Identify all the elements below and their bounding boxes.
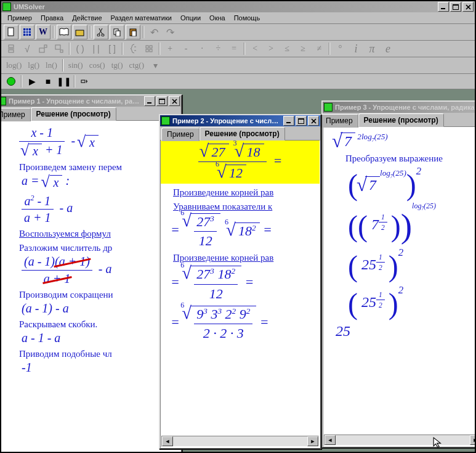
close-button[interactable] [462, 2, 474, 12]
separator-icon [328, 42, 331, 55]
menu-optsii[interactable]: Опции [177, 14, 204, 22]
tab-solution[interactable]: Решение (просмотр) [358, 113, 444, 127]
step-text: Произведем замену перем [19, 162, 174, 173]
doc-icon [324, 103, 333, 112]
record-icon[interactable] [4, 74, 18, 89]
close-button[interactable] [308, 116, 319, 126]
minimize-button[interactable] [283, 116, 294, 126]
window-primer-3[interactable]: Пример 3 - Упрощение с числами, радикала… [321, 100, 475, 448]
menu-primer[interactable]: Пример [4, 14, 36, 22]
maximize-button[interactable] [296, 116, 307, 126]
folder-icon[interactable] [73, 25, 87, 39]
window3-title-bar[interactable]: Пример 3 - Упрощение с числами, радикала… [323, 102, 475, 113]
h-scrollbar[interactable]: ◄ ► [161, 436, 319, 447]
ge-rel[interactable]: ≥ [296, 41, 310, 56]
scroll-left-icon[interactable]: ◄ [162, 436, 173, 446]
func-log[interactable]: log() [4, 60, 24, 70]
window-primer-2[interactable]: Пример 2 - Упрощение с числа… Пример Реш… [159, 114, 321, 449]
separator-icon [243, 42, 246, 55]
expr-expand: a - 1 - a [22, 331, 174, 345]
le-rel[interactable]: ≤ [280, 41, 294, 56]
h-scrollbar[interactable]: ◄ ► [324, 435, 475, 446]
close-button[interactable] [169, 96, 180, 106]
func-lg[interactable]: lg() [25, 60, 42, 70]
more-functions-icon[interactable]: ▾ [148, 58, 163, 73]
plus-op[interactable]: + [163, 41, 177, 56]
pause-icon[interactable]: ❚❚ [57, 74, 71, 89]
expr3-b: (( 712 ))log7(25) [348, 206, 475, 245]
step-icon[interactable] [78, 74, 92, 89]
expr2-d: = 6 93 33 22 922 · 2 · 3 = [171, 306, 313, 341]
eq-op[interactable]: = [227, 41, 241, 56]
new-doc-icon[interactable] [4, 25, 18, 39]
menu-okna[interactable]: Окна [206, 14, 229, 22]
minimize-button[interactable] [438, 2, 449, 12]
window1-title-bar[interactable]: Пример 1 - Упрощение с числами, рад… [1, 96, 181, 107]
expr3-c: ( 2512 )2 [348, 249, 475, 283]
maximize-button[interactable] [450, 2, 461, 12]
grid-icon[interactable] [20, 25, 34, 39]
redo-icon[interactable]: ↷ [163, 25, 177, 39]
window-primer-1[interactable]: Пример 1 - Упрощение с числами, рад… При… [1, 94, 182, 452]
frac-icon[interactable] [4, 41, 18, 56]
undo-icon[interactable]: ↶ [147, 25, 161, 39]
power-icon[interactable] [36, 41, 50, 56]
step-text: Преобразуем выражение [345, 153, 475, 164]
menu-help[interactable]: Помощь [230, 14, 264, 22]
app-title-bar[interactable]: UMSolver [1, 1, 475, 12]
minus-op[interactable]: - [179, 41, 193, 56]
separator-icon [73, 75, 76, 88]
book-icon[interactable] [57, 25, 71, 39]
i-const[interactable]: i [349, 41, 363, 56]
deg-const[interactable]: ° [333, 41, 347, 56]
scroll-right-icon[interactable]: ► [307, 436, 318, 446]
expr-a: a2 - 1 a + 1 - a [22, 194, 174, 226]
play-icon[interactable]: ▶ [25, 74, 39, 89]
index-icon[interactable] [52, 41, 67, 56]
gt-rel[interactable]: > [264, 41, 278, 56]
pi-const[interactable]: π [365, 41, 379, 56]
step-text: Уравниваем показатели к [173, 202, 313, 212]
symbol-toolbar: √ ( ) | | [ ] + - · ÷ = < > ≤ ≥ ≠ ° i π … [1, 41, 475, 57]
cursor-icon [433, 437, 444, 448]
e-const[interactable]: e [381, 41, 395, 56]
svg-rect-0 [441, 8, 445, 9]
menu-deistvie[interactable]: Действие [68, 14, 105, 22]
window2-title-bar[interactable]: Пример 2 - Упрощение с числа… [160, 115, 320, 126]
scroll-left-icon[interactable]: ◄ [325, 435, 336, 445]
ne-rel[interactable]: ≠ [312, 41, 326, 56]
menu-pravka[interactable]: Правка [37, 14, 67, 22]
func-cos[interactable]: cos() [87, 60, 108, 70]
mul-op[interactable]: · [195, 41, 209, 56]
svg-rect-9 [116, 31, 120, 36]
svg-rect-26 [147, 102, 151, 104]
func-sin[interactable]: sin() [66, 60, 86, 70]
cut-icon[interactable] [94, 25, 108, 39]
stop-icon[interactable]: ■ [41, 74, 55, 89]
brace-v-icon[interactable] [126, 41, 140, 56]
maximize-button[interactable] [156, 96, 167, 106]
matrix-icon[interactable] [142, 41, 156, 56]
div-op[interactable]: ÷ [211, 41, 225, 56]
minimize-button[interactable] [144, 96, 155, 106]
func-ln[interactable]: ln() [43, 60, 60, 70]
svg-rect-11 [132, 31, 136, 36]
tab-primer[interactable]: Пример [320, 114, 358, 128]
w-icon[interactable]: W [36, 25, 50, 39]
lt-rel[interactable]: < [248, 41, 262, 56]
bracket-icon[interactable]: [ ] [105, 41, 119, 56]
func-ctg[interactable]: ctg() [126, 60, 147, 70]
tab-primer[interactable]: Пример [161, 128, 200, 141]
abs-icon[interactable]: | | [89, 41, 103, 56]
menu-razdel[interactable]: Раздел математики [107, 14, 175, 22]
copy-icon[interactable] [110, 25, 124, 39]
sqrt-icon[interactable]: √ [20, 41, 34, 56]
tab-solution[interactable]: Решение (просмотр) [200, 127, 285, 141]
step-text: Разложим числитель др [19, 243, 174, 253]
paren-icon[interactable]: ( ) [73, 41, 87, 56]
tab-primer[interactable]: Пример [1, 108, 31, 121]
paste-icon[interactable] [126, 25, 140, 39]
func-tg[interactable]: tg() [109, 60, 126, 70]
scroll-right-icon[interactable]: ► [470, 435, 475, 445]
tab-solution[interactable]: Решение (просмотр) [31, 107, 116, 121]
